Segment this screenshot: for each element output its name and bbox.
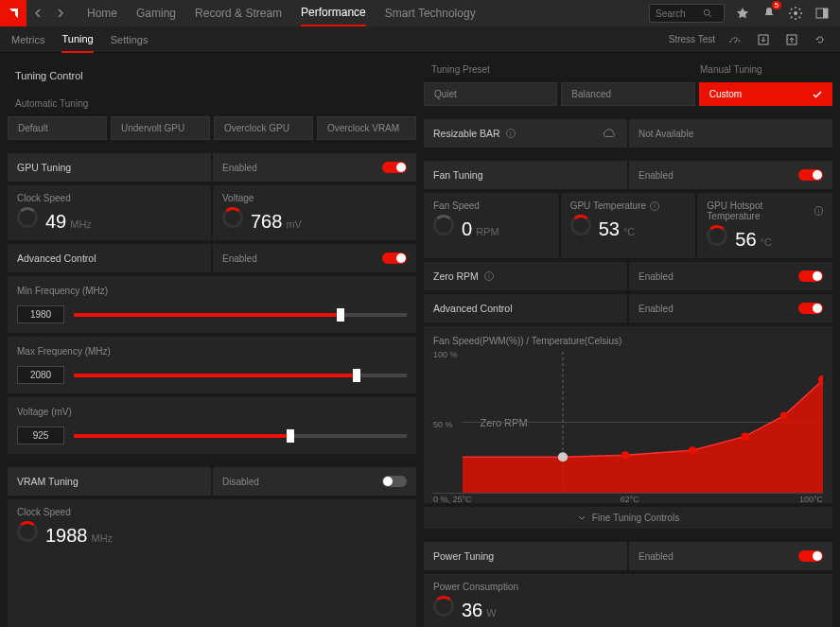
subtab-metrics[interactable]: Metrics	[11, 26, 44, 53]
window-icon[interactable]	[814, 5, 831, 22]
gpu-adv-control-label: Advanced Control	[8, 244, 211, 272]
manual-tuning-header: Manual Tuning	[692, 61, 832, 78]
tab-home[interactable]: Home	[87, 0, 117, 26]
info-icon[interactable]: i	[814, 206, 823, 216]
tab-performance[interactable]: Performance	[301, 0, 366, 26]
power-tuning-header: Power Tuning	[424, 542, 627, 570]
svg-point-8	[558, 452, 568, 462]
gpu-tuning-toggle-row: Enabled	[213, 153, 416, 182]
svg-point-0	[704, 9, 709, 15]
left-column: Tuning Control Automatic Tuning Default …	[8, 61, 416, 627]
gpu-voltage-metric: Voltage 768mV	[213, 185, 416, 240]
svg-point-1	[794, 11, 797, 15]
fine-tuning-controls[interactable]: Fine Tuning Controls	[424, 507, 832, 529]
hotspot-temp-metric: GPU Hotspot Temperaturei 56°C	[697, 193, 832, 258]
svg-rect-3	[823, 9, 828, 18]
fan-speed-metric: Fan Speed 0RPM	[424, 193, 559, 258]
opt-undervolt-gpu[interactable]: Undervolt GPU	[111, 116, 210, 140]
resizable-bar-row: Resizable BAR i	[424, 119, 627, 148]
tab-gaming[interactable]: Gaming	[136, 0, 176, 26]
vram-tuning-toggle[interactable]	[382, 476, 407, 487]
tuning-control-title: Tuning Control	[8, 61, 416, 91]
main-tabs: Home Gaming Record & Stream Performance …	[72, 0, 491, 26]
import-icon[interactable]	[755, 31, 772, 48]
opt-overclock-gpu[interactable]: Overclock GPU	[214, 116, 313, 140]
voltage-slider[interactable]	[74, 434, 407, 438]
favorite-icon[interactable]	[734, 5, 751, 22]
voltage-slider-box: Voltage (mV)	[8, 397, 416, 454]
info-icon[interactable]: i	[506, 129, 516, 138]
zero-rpm-toggle[interactable]	[798, 270, 823, 282]
gpu-tuning-header: GPU Tuning	[8, 153, 211, 182]
notif-badge: 5	[772, 1, 781, 9]
gauge-icon	[433, 215, 454, 235]
voltage-input[interactable]	[17, 427, 64, 444]
svg-point-9	[621, 451, 629, 459]
cloud-icon	[601, 128, 618, 139]
notifications-icon[interactable]: 5	[761, 5, 778, 22]
vram-clock-metric: Clock Speed 1988MHz	[8, 499, 416, 627]
gauge-icon	[433, 596, 454, 617]
gauge-icon	[17, 207, 38, 228]
gpu-temp-metric: GPU Temperaturei 53°C	[561, 193, 696, 258]
fan-curve-chart[interactable]: Fan Speed(PWM(%)) / Temperature(Celsius)…	[424, 326, 832, 503]
auto-tuning-header: Automatic Tuning	[8, 95, 416, 113]
gauge-icon	[17, 521, 38, 542]
check-icon	[813, 90, 822, 99]
svg-point-11	[741, 432, 748, 440]
min-freq-slider[interactable]	[74, 313, 407, 317]
settings-icon[interactable]	[787, 5, 804, 22]
sub-bar: Metrics Tuning Settings Stress Test	[0, 26, 840, 53]
stress-test-label[interactable]: Stress Test	[669, 34, 715, 44]
opt-custom[interactable]: Custom	[699, 82, 832, 106]
min-freq-input[interactable]	[17, 305, 64, 323]
back-button[interactable]	[26, 0, 49, 26]
fan-tuning-header: Fan Tuning	[424, 161, 627, 189]
gpu-clock-metric: Clock Speed 49MHz	[8, 185, 211, 240]
fan-tuning-toggle[interactable]	[798, 169, 823, 181]
search-icon	[703, 9, 712, 18]
tuning-preset-header: Tuning Preset	[424, 61, 689, 78]
vram-tuning-header: VRAM Tuning	[8, 467, 211, 496]
chevron-down-icon	[577, 514, 586, 523]
min-freq-slider-box: Min Frequency (MHz)	[8, 276, 416, 333]
info-icon[interactable]: i	[484, 271, 494, 281]
svg-point-12	[780, 412, 788, 420]
search-input[interactable]	[656, 9, 703, 19]
amd-logo	[0, 0, 26, 26]
forward-button[interactable]	[49, 0, 72, 26]
gpu-tuning-toggle[interactable]	[382, 162, 407, 173]
svg-point-10	[689, 446, 696, 454]
subtab-tuning[interactable]: Tuning	[61, 26, 93, 53]
opt-quiet[interactable]: Quiet	[424, 82, 557, 106]
top-bar: Home Gaming Record & Stream Performance …	[0, 0, 840, 26]
gpu-adv-toggle[interactable]	[382, 253, 407, 264]
opt-default[interactable]: Default	[8, 116, 107, 140]
gauge-icon	[222, 207, 243, 228]
subtab-settings[interactable]: Settings	[111, 26, 149, 53]
tab-record-stream[interactable]: Record & Stream	[195, 0, 282, 26]
gauge-icon	[570, 215, 591, 235]
power-consumption-metric: Power Consumption 36W	[424, 574, 832, 627]
max-freq-slider-box: Max Frequency (MHz)	[8, 337, 416, 393]
max-freq-input[interactable]	[17, 366, 64, 384]
power-tuning-toggle[interactable]	[798, 550, 823, 562]
opt-overclock-vram[interactable]: Overclock VRAM	[317, 116, 416, 140]
search-box[interactable]	[649, 4, 725, 23]
opt-balanced[interactable]: Balanced	[561, 82, 694, 106]
info-icon[interactable]: i	[650, 201, 659, 211]
tab-smart-technology[interactable]: Smart Technology	[385, 0, 476, 26]
export-icon[interactable]	[783, 31, 800, 48]
gauge-icon[interactable]	[726, 31, 744, 48]
gauge-icon	[707, 225, 727, 246]
fan-adv-toggle[interactable]	[798, 303, 823, 314]
right-column: Tuning Preset Manual Tuning Quiet Balanc…	[424, 61, 832, 627]
reset-icon[interactable]	[812, 31, 829, 48]
max-freq-slider[interactable]	[74, 374, 407, 377]
